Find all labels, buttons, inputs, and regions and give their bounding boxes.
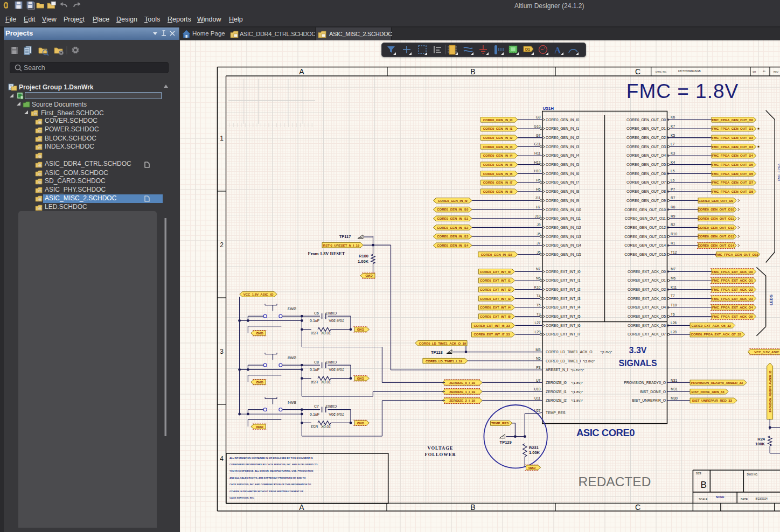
svg-text:A: A (554, 45, 561, 55)
svg-text:D1: D1 (525, 47, 530, 51)
